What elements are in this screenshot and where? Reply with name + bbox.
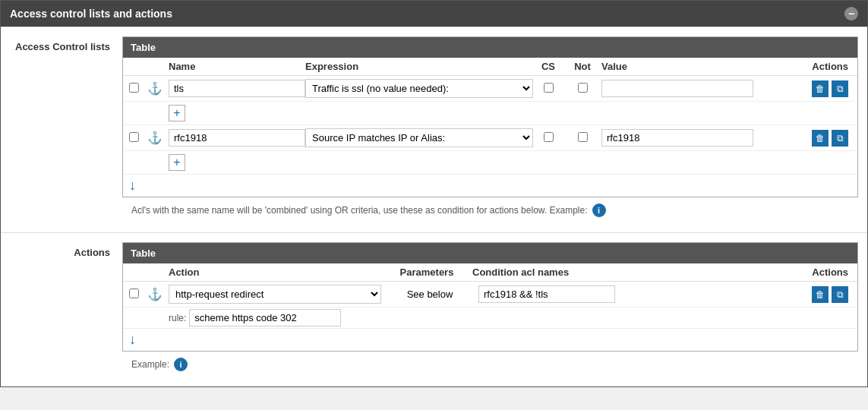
acl-row-0-cs-checkbox[interactable] bbox=[544, 83, 554, 93]
sub-rule-label: rule: bbox=[169, 313, 186, 323]
acl-row-0-not-checkbox[interactable] bbox=[578, 83, 588, 93]
acl-info-icon[interactable]: i bbox=[592, 203, 606, 217]
acl-add-row-0: + bbox=[123, 102, 857, 125]
acl-row-1-action-icons: 🗑 ⧉ bbox=[753, 130, 848, 147]
col-actions-header: Actions bbox=[753, 61, 851, 72]
acl-table-header: Table bbox=[123, 37, 857, 58]
acl-row-0-copy-btn[interactable]: ⧉ bbox=[832, 80, 848, 97]
acl-row-1-cs-cell[interactable] bbox=[533, 132, 563, 144]
acl-row-1-delete-btn[interactable]: 🗑 bbox=[812, 130, 829, 147]
acl-row-1-not-checkbox[interactable] bbox=[578, 132, 588, 142]
action-row-0-parameters-label: See below bbox=[407, 289, 453, 300]
actions-table: Table Action Parameters Condition acl na… bbox=[122, 242, 858, 352]
anchor-icon-0[interactable]: ⚓ bbox=[147, 82, 163, 95]
acl-row-0-checkbox-input[interactable] bbox=[129, 83, 139, 93]
acl-row-0-value-cell bbox=[601, 80, 753, 97]
panel-header: Access control lists and actions − bbox=[1, 1, 867, 27]
actions-col-parameters-header: Parameters bbox=[381, 266, 472, 278]
acl-row-1-checkbox-input[interactable] bbox=[129, 132, 139, 142]
acl-col-headers: Name Expression CS Not Value Actions bbox=[123, 58, 857, 76]
actions-example-row: Example: i bbox=[122, 352, 858, 377]
action-row-0-parameters-cell: See below bbox=[381, 289, 472, 300]
sub-rule-input[interactable] bbox=[189, 309, 341, 326]
actions-section: Actions Table Action Parameters Conditio… bbox=[1, 232, 867, 386]
acl-row-1-name-cell bbox=[169, 129, 305, 147]
acl-row-1-anchor[interactable]: ⚓ bbox=[147, 131, 169, 145]
action-row-0-checkbox-input[interactable] bbox=[129, 289, 139, 298]
col-expression-header: Expression bbox=[305, 61, 533, 72]
acl-info-text: Acl's with the same name will be 'combin… bbox=[122, 197, 858, 223]
acl-info-label: Acl's with the same name will be 'combin… bbox=[131, 205, 588, 216]
acl-row-0-expression-cell: Traffic is ssl (no value needed): bbox=[305, 79, 533, 98]
main-panel: Access control lists and actions − Acces… bbox=[0, 0, 868, 387]
acl-row-1-value-input[interactable] bbox=[601, 129, 753, 147]
acl-table: Table Name Expression CS Not Value Actio… bbox=[122, 36, 858, 197]
acl-row-1-expression-cell: Source IP matches IP or Alias: bbox=[305, 128, 533, 147]
acl-row-1-expression-select[interactable]: Source IP matches IP or Alias: bbox=[305, 128, 533, 147]
action-row-0-copy-btn[interactable]: ⧉ bbox=[832, 286, 848, 303]
acl-row-0-name-input[interactable] bbox=[169, 80, 305, 97]
acl-row-1-not-cell[interactable] bbox=[563, 132, 601, 144]
col-name-header: Name bbox=[169, 61, 305, 72]
actions-col-actions-header: Actions bbox=[639, 266, 851, 278]
col-value-header: Value bbox=[601, 61, 753, 72]
example-label: Example: bbox=[131, 359, 169, 370]
col-not-header: Not bbox=[563, 61, 601, 72]
acl-section: Access Control lists Table Name Expressi… bbox=[1, 27, 867, 232]
acl-row-0-not-cell[interactable] bbox=[563, 83, 601, 95]
action-row-0-action-select[interactable]: http-request redirect bbox=[169, 285, 381, 304]
acl-row-0-delete-btn[interactable]: 🗑 bbox=[812, 80, 829, 97]
acl-row-0-value-input[interactable] bbox=[601, 80, 753, 97]
actions-table-header: Table bbox=[123, 243, 857, 263]
panel-title: Access control lists and actions bbox=[10, 8, 172, 20]
acl-row-1-cs-checkbox[interactable] bbox=[544, 132, 554, 142]
col-cs-header: CS bbox=[533, 61, 563, 72]
acl-add-btn-1[interactable]: + bbox=[169, 154, 185, 171]
acl-row-0-cs-cell[interactable] bbox=[533, 83, 563, 95]
acl-row-1: ⚓ Source IP matches IP or Alias: bbox=[123, 125, 857, 151]
acl-row-0-anchor[interactable]: ⚓ bbox=[147, 81, 169, 96]
acl-row-1-actions-cell: 🗑 ⧉ bbox=[753, 130, 851, 147]
acl-row-0-name-cell bbox=[169, 80, 305, 97]
anchor-icon-1[interactable]: ⚓ bbox=[147, 131, 163, 144]
acl-row-1-value-cell bbox=[601, 129, 753, 147]
action-row-0-action-icons: 🗑 ⧉ bbox=[639, 286, 848, 303]
actions-col-action-header: Action bbox=[169, 266, 381, 278]
example-info-icon[interactable]: i bbox=[174, 358, 188, 371]
action-row-0-actions-cell: 🗑 ⧉ bbox=[639, 286, 851, 303]
actions-section-label: Actions bbox=[1, 242, 122, 377]
acl-row-1-checkbox[interactable] bbox=[129, 132, 147, 144]
acl-add-row-1: + bbox=[123, 151, 857, 175]
acl-row-0-action-icons: 🗑 ⧉ bbox=[753, 80, 848, 97]
actions-section-content: Table Action Parameters Condition acl na… bbox=[122, 242, 867, 377]
acl-row-1-name-input[interactable] bbox=[169, 129, 305, 147]
actions-col-headers: Action Parameters Condition acl names Ac… bbox=[123, 263, 857, 282]
acl-section-content: Table Name Expression CS Not Value Actio… bbox=[122, 36, 867, 223]
acl-down-arrow: ↓ bbox=[123, 175, 857, 197]
minimize-button[interactable]: − bbox=[844, 7, 858, 20]
action-anchor-icon-0[interactable]: ⚓ bbox=[147, 288, 163, 301]
action-row-0-condition-cell bbox=[472, 285, 639, 303]
actions-col-condition-header: Condition acl names bbox=[472, 266, 639, 278]
action-sub-row-0: rule: bbox=[123, 308, 857, 329]
acl-add-btn-0[interactable]: + bbox=[169, 105, 185, 121]
action-row-0-condition-input[interactable] bbox=[478, 285, 615, 303]
acl-row-0-actions-cell: 🗑 ⧉ bbox=[753, 80, 851, 97]
action-row-0-delete-btn[interactable]: 🗑 bbox=[812, 286, 829, 303]
action-row-0-action-cell: http-request redirect bbox=[169, 285, 381, 304]
acl-row-0-checkbox[interactable] bbox=[129, 83, 147, 95]
acl-row-1-copy-btn[interactable]: ⧉ bbox=[832, 130, 848, 147]
actions-down-arrow: ↓ bbox=[123, 329, 857, 351]
acl-row-0: ⚓ Traffic is ssl (no value needed): bbox=[123, 76, 857, 102]
action-row-0-checkbox[interactable] bbox=[129, 289, 147, 301]
acl-row-0-expression-select[interactable]: Traffic is ssl (no value needed): bbox=[305, 79, 533, 98]
acl-section-label: Access Control lists bbox=[1, 36, 122, 223]
action-row-0: ⚓ http-request redirect See below bbox=[123, 282, 857, 308]
action-row-0-anchor[interactable]: ⚓ bbox=[147, 287, 169, 301]
